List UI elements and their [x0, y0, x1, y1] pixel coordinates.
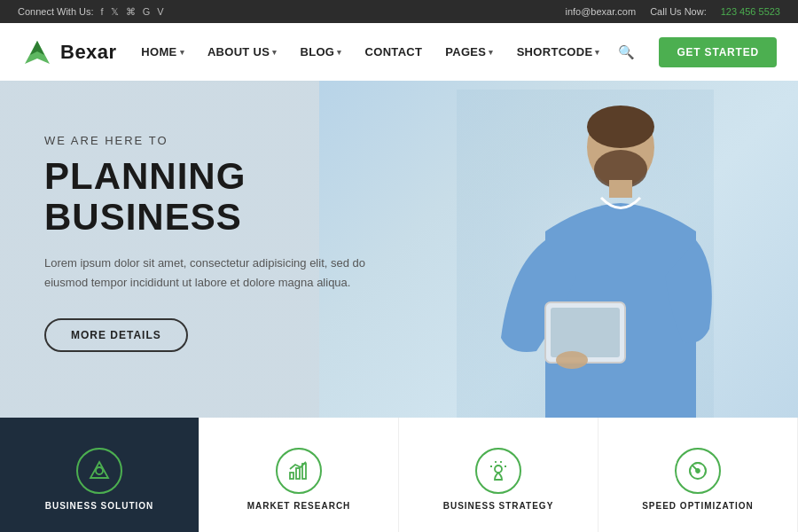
header: Bexar HOME ▾ ABOUT US ▾ BLOG ▾ CONTACT P…	[0, 23, 798, 81]
cards-section: BUSINESS SOLUTION MARKET RESEARCH BUSINE…	[0, 418, 798, 532]
svg-marker-10	[90, 462, 108, 478]
card-business-strategy[interactable]: BUSINESS STRATEGY	[399, 418, 598, 532]
facebook-icon[interactable]: f	[101, 6, 104, 18]
call-label: Call Us Now:	[650, 6, 707, 17]
nav-blog[interactable]: BLOG ▾	[291, 40, 350, 64]
logo-icon	[21, 39, 53, 66]
more-details-button[interactable]: MORE DETAILS	[44, 318, 188, 352]
nav-pages-arrow: ▾	[489, 48, 493, 57]
top-bar: Connect With Us: f 𝕏 ⌘ G V info@bexar.co…	[0, 0, 798, 23]
card-market-research[interactable]: MARKET RESEARCH	[200, 418, 399, 532]
hero-subtitle: WE ARE HERE TO	[44, 134, 381, 147]
hero-section: WE ARE HERE TO PLANNING BUSINESS Lorem i…	[0, 81, 798, 418]
hero-title: PLANNING BUSINESS	[44, 156, 381, 238]
get-started-button[interactable]: GET STARTED	[659, 37, 777, 67]
logo[interactable]: Bexar	[21, 39, 117, 66]
connect-label: Connect With Us:	[18, 6, 94, 17]
card-business-solution[interactable]: BUSINESS SOLUTION	[0, 418, 200, 532]
nav-contact[interactable]: CONTACT	[356, 40, 432, 64]
nav-home-arrow: ▾	[180, 48, 184, 57]
svg-point-15	[495, 466, 502, 473]
card-speed-optimization[interactable]: SPEED OPTIMIZATION	[598, 418, 798, 532]
email-address: info@bexar.com	[565, 6, 636, 17]
svg-rect-6	[609, 180, 632, 198]
svg-rect-13	[296, 468, 300, 479]
svg-rect-8	[551, 308, 620, 357]
hero-description: Lorem ipsum dolor sit amet, consectetur …	[44, 254, 381, 293]
social-icons: f 𝕏 ⌘ G V	[101, 6, 164, 18]
business-strategy-icon	[475, 448, 521, 494]
top-bar-left: Connect With Us: f 𝕏 ⌘ G V	[18, 6, 164, 18]
svg-point-21	[696, 469, 700, 473]
card-business-strategy-label: BUSINESS STRATEGY	[443, 501, 554, 511]
logo-text: Bexar	[60, 41, 117, 64]
speed-optimization-icon	[675, 448, 721, 494]
svg-point-11	[96, 467, 103, 474]
google-icon[interactable]: G	[143, 6, 151, 18]
market-research-icon	[276, 448, 322, 494]
card-market-research-label: MARKET RESEARCH	[247, 501, 351, 511]
rss-icon[interactable]: ⌘	[126, 6, 136, 18]
hero-image	[443, 81, 727, 418]
nav-shortcode-arrow: ▾	[595, 48, 599, 57]
top-bar-right: info@bexar.com Call Us Now: 123 456 5523	[565, 6, 780, 17]
search-icon[interactable]: 🔍	[618, 44, 635, 60]
nav-about-arrow: ▾	[272, 48, 277, 57]
nav-about[interactable]: ABOUT US ▾	[199, 40, 286, 64]
main-nav: HOME ▾ ABOUT US ▾ BLOG ▾ CONTACT PAGES ▾…	[132, 40, 634, 64]
nav-shortcode[interactable]: SHORTCODE ▾	[508, 40, 609, 64]
phone-number: 123 456 5523	[721, 6, 780, 17]
svg-rect-12	[290, 473, 293, 479]
nav-pages[interactable]: PAGES ▾	[436, 40, 502, 64]
nav-home[interactable]: HOME ▾	[132, 40, 193, 64]
svg-point-9	[556, 351, 588, 369]
svg-point-4	[587, 106, 654, 148]
business-solution-icon	[76, 448, 122, 494]
nav-blog-arrow: ▾	[337, 48, 341, 57]
twitter-icon[interactable]: 𝕏	[111, 6, 119, 18]
card-speed-optimization-label: SPEED OPTIMIZATION	[642, 501, 754, 511]
card-business-solution-label: BUSINESS SOLUTION	[45, 501, 154, 511]
vimeo-icon[interactable]: V	[157, 6, 163, 18]
hero-content: WE ARE HERE TO PLANNING BUSINESS Lorem i…	[0, 81, 426, 405]
